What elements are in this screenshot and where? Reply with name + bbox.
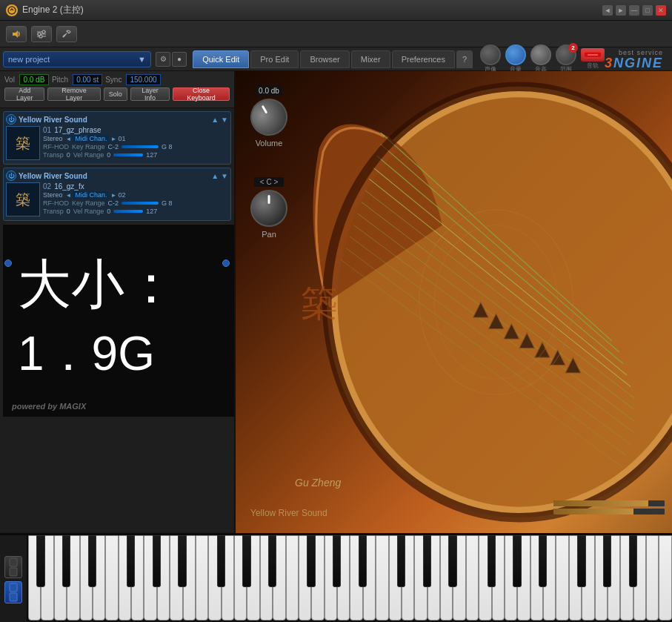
black-key-oct1-1[interactable]	[127, 535, 135, 587]
white-key-13[interactable]	[196, 535, 208, 621]
key-range-end-1: G 8	[162, 143, 173, 150]
add-layer-button[interactable]: Add Layer	[4, 87, 44, 101]
black-key-oct6-1[interactable]	[577, 535, 585, 587]
black-key-oct0-3[interactable]	[62, 535, 70, 587]
white-key-41[interactable]	[556, 535, 568, 621]
white-key-48[interactable]	[646, 535, 659, 621]
white-key-6[interactable]	[105, 535, 118, 621]
range-indicator[interactable]: 2	[556, 44, 576, 65]
black-key-oct6-5[interactable]	[629, 535, 637, 587]
win-minimize-btn[interactable]: —	[629, 5, 639, 16]
indicator-label-5: 音轨	[587, 62, 599, 70]
layer-detail-row-2a: Stereo ◄ Midi Chan. ► 02	[43, 191, 173, 199]
white-key-20[interactable]	[286, 535, 299, 621]
black-key-oct4-5[interactable]	[448, 535, 456, 587]
tab-quick-edit[interactable]: Quick Edit	[193, 50, 249, 68]
pitch-indicator[interactable]	[530, 44, 551, 65]
audio-settings-button[interactable]	[31, 26, 52, 42]
powered-by-text: powered by	[12, 402, 57, 411]
black-key-oct4-3[interactable]	[423, 535, 431, 587]
layer-item-2: ⏻ Yellow River Sound ▲ ▼ 築 02 16_gz_fx	[3, 168, 231, 221]
layer-item-1: ⏻ Yellow River Sound ▲ ▼ 築 01 17_gz_phra…	[3, 111, 231, 165]
vol-pan-controls: 0.0 db Volume < C > Pan	[250, 86, 287, 239]
transp-label-1: Transp	[43, 151, 64, 159]
info-small-btn[interactable]: ●	[172, 52, 187, 67]
black-key-oct3-5[interactable]	[359, 535, 367, 587]
pitch-value[interactable]: 0.00 st	[73, 74, 102, 85]
layer-arrow-up-1[interactable]: ▲	[211, 116, 219, 124]
black-key-oct1-3[interactable]	[153, 535, 161, 587]
layer-info-button[interactable]: Layer Info	[130, 87, 170, 101]
remove-layer-button[interactable]: Remove Layer	[47, 87, 100, 101]
settings-small-btn[interactable]: ⚙	[156, 52, 170, 67]
black-key-oct5-5[interactable]	[539, 535, 547, 587]
black-key-oct2-3[interactable]	[242, 535, 250, 587]
black-key-oct2-5[interactable]	[268, 535, 276, 587]
black-key-oct1-5[interactable]	[178, 535, 186, 587]
piano-keys	[28, 535, 672, 622]
win-prev-btn[interactable]: ◄	[602, 5, 613, 16]
layer-arrow-up-2[interactable]: ▲	[211, 172, 219, 180]
sound-indicator[interactable]	[480, 44, 501, 65]
piano-side-btn-2[interactable]	[4, 581, 22, 603]
volume-indicator[interactable]	[505, 44, 526, 65]
solo-button[interactable]: Solo	[104, 87, 127, 101]
win-maximize-btn[interactable]: □	[642, 5, 653, 16]
vol-value[interactable]: 0.0 dB	[19, 74, 49, 85]
white-key-49[interactable]	[659, 535, 671, 621]
black-key-oct6-3[interactable]	[603, 535, 611, 587]
pan-knob[interactable]	[250, 190, 287, 227]
svg-rect-32	[10, 558, 17, 566]
tab-mixer[interactable]: Mixer	[351, 50, 390, 68]
svg-point-4	[39, 35, 42, 38]
sync-value[interactable]: 150.000	[126, 74, 160, 85]
big-text-chinese: 大小：	[18, 255, 178, 314]
layer-power-2[interactable]: ⏻	[6, 171, 16, 181]
black-key-oct5-1[interactable]	[488, 535, 496, 587]
layer-arrow-down-2[interactable]: ▼	[221, 172, 228, 180]
volume-knob[interactable]	[244, 92, 294, 142]
layer-type-2: Stereo	[43, 191, 63, 199]
midi-arrow-left-2[interactable]: ◄	[66, 192, 72, 199]
tab-pro-edit[interactable]: Pro Edit	[250, 50, 299, 68]
black-key-oct5-3[interactable]	[513, 535, 521, 587]
right-panel: 0.0 db Volume < C > Pan 築 Gu Zheng Yello…	[236, 71, 672, 533]
piano-side-controls	[0, 535, 28, 622]
tab-browser[interactable]: Browser	[300, 50, 349, 68]
layer-detail-row-2c: Transp 0 Vel Range 0 127	[43, 208, 173, 215]
close-keyboard-button[interactable]: Close Keyboard	[173, 87, 230, 101]
piano-side-btn-1[interactable]	[4, 556, 22, 578]
black-key-oct4-1[interactable]	[397, 535, 405, 587]
vel-end-1: 127	[146, 151, 157, 159]
layer-power-1[interactable]: ⏻	[6, 114, 16, 125]
brand-label: Yellow River Sound	[250, 508, 327, 518]
white-key-27[interactable]	[376, 535, 388, 621]
instrument-name: Gu Zheng	[295, 477, 341, 489]
rf-label-1: RF-HOD	[43, 143, 69, 150]
black-key-oct3-1[interactable]	[307, 535, 315, 587]
black-key-oct2-1[interactable]	[217, 535, 225, 587]
win-close-btn[interactable]: ✕	[656, 5, 666, 16]
midi-arrow-right-1[interactable]: ►	[110, 136, 116, 142]
track-indicator[interactable]	[581, 48, 605, 62]
tab-help[interactable]: ?	[456, 50, 473, 68]
white-key-34[interactable]	[466, 535, 479, 621]
window-title: Engine 2 (主控)	[22, 4, 602, 16]
midi-arrow-left-1[interactable]: ◄	[66, 136, 72, 142]
black-key-oct0-5[interactable]	[88, 535, 96, 587]
win-next-btn[interactable]: ►	[616, 5, 626, 16]
layer-arrow-down-1[interactable]: ▼	[221, 116, 228, 124]
key-range-end-2: G 8	[162, 199, 173, 207]
speaker-button[interactable]	[6, 26, 27, 42]
black-key-oct0-1[interactable]	[36, 535, 44, 587]
pitch-label: Pitch	[52, 76, 68, 84]
svg-point-0	[8, 7, 16, 14]
brand-sub: best service	[619, 49, 663, 56]
midi-arrow-right-2[interactable]: ►	[110, 192, 116, 199]
black-key-oct3-3[interactable]	[333, 535, 341, 587]
powered-by: powered by MAGIX	[12, 402, 86, 411]
wrench-button[interactable]	[56, 26, 77, 42]
loading-bars	[553, 500, 665, 515]
tab-preferences[interactable]: Preferences	[392, 50, 455, 68]
project-dropdown[interactable]: new project ▼	[3, 51, 151, 67]
